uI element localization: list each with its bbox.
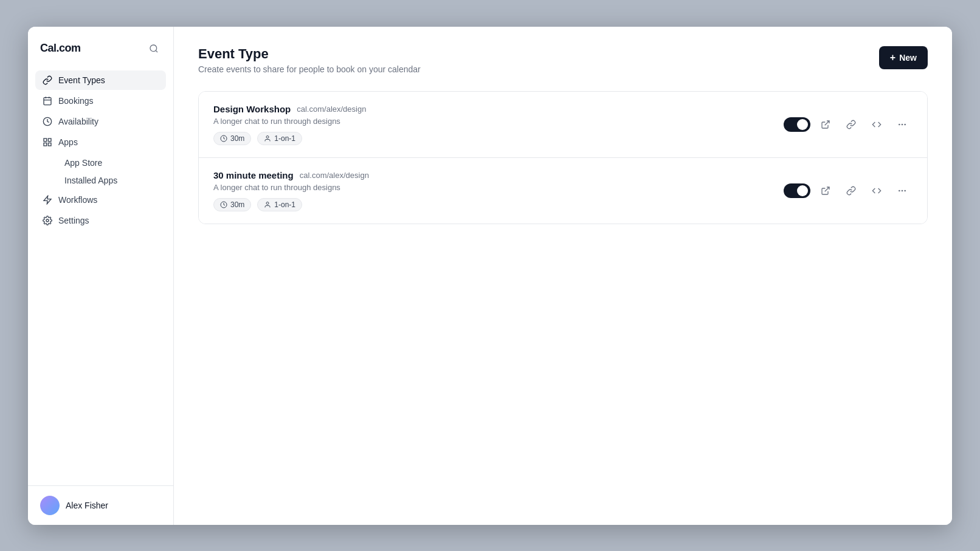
main-content: Event Type Create events to share for pe…	[174, 27, 952, 525]
event-title-row: Design Workshop cal.com/alex/design	[213, 104, 784, 114]
event-info: 30 minute meeting cal.com/alex/design A …	[213, 170, 784, 211]
avatar-image	[40, 496, 60, 515]
person-icon	[264, 135, 271, 142]
sidebar-item-label: Bookings	[58, 96, 94, 106]
avatar	[40, 496, 60, 515]
sidebar-item-event-types[interactable]: Event Types	[35, 70, 166, 90]
sidebar-nav: Event Types Bookings Availability	[28, 70, 173, 230]
svg-point-13	[904, 123, 906, 125]
event-toggle[interactable]	[784, 183, 810, 198]
app-window: Cal.com Event Types	[28, 27, 952, 525]
event-info: Design Workshop cal.com/alex/design A lo…	[213, 104, 784, 145]
page-title: Event Type	[198, 46, 421, 62]
grid-icon	[43, 137, 52, 147]
search-button[interactable]	[147, 41, 161, 56]
svg-rect-6	[48, 143, 51, 146]
svg-point-19	[904, 190, 906, 191]
embed-button[interactable]	[866, 114, 887, 135]
svg-line-16	[825, 187, 829, 191]
events-list: Design Workshop cal.com/alex/design A lo…	[198, 91, 928, 224]
clock-small-icon	[220, 135, 227, 142]
link-copy-icon	[846, 120, 856, 129]
sidebar-item-label: Availability	[58, 117, 98, 126]
app-logo: Cal.com	[40, 42, 81, 55]
link-icon	[43, 75, 52, 85]
svg-point-18	[902, 190, 903, 191]
event-actions	[784, 114, 913, 135]
clock-icon	[43, 117, 52, 126]
event-meta: 30m 1-on-1	[213, 198, 784, 211]
event-description: A longer chat to run through designs	[213, 183, 784, 192]
sidebar-item-settings[interactable]: Settings	[35, 211, 166, 230]
event-description: A longer chat to run through designs	[213, 117, 784, 126]
external-link-button[interactable]	[815, 180, 836, 201]
svg-point-15	[266, 202, 269, 204]
sidebar-item-availability[interactable]: Availability	[35, 112, 166, 131]
svg-point-9	[266, 135, 269, 138]
svg-point-7	[46, 219, 49, 222]
external-link-icon	[821, 120, 830, 129]
apps-subnav: App Store Installed Apps	[57, 154, 166, 189]
svg-rect-3	[44, 139, 47, 142]
sidebar-item-label: Workflows	[58, 195, 97, 205]
code-icon	[872, 120, 882, 129]
ellipsis-icon	[897, 120, 907, 129]
copy-link-button[interactable]	[841, 114, 861, 135]
person-icon	[264, 201, 271, 208]
event-url: cal.com/alex/design	[300, 171, 369, 180]
svg-line-10	[825, 121, 829, 125]
calendar-icon	[43, 96, 52, 106]
sidebar-item-label: Settings	[58, 216, 89, 225]
search-icon	[149, 44, 159, 53]
svg-point-0	[150, 45, 157, 52]
page-title-group: Event Type Create events to share for pe…	[198, 46, 421, 74]
event-card: 30 minute meeting cal.com/alex/design A …	[199, 158, 927, 224]
event-name: 30 minute meeting	[213, 170, 294, 180]
more-options-button[interactable]	[892, 180, 913, 201]
ellipsis-icon	[897, 186, 907, 196]
new-event-button[interactable]: + New	[879, 46, 928, 69]
external-link-button[interactable]	[815, 114, 836, 135]
event-url: cal.com/alex/design	[297, 104, 366, 114]
svg-point-11	[899, 123, 900, 125]
sidebar-item-bookings[interactable]: Bookings	[35, 91, 166, 111]
sidebar-item-apps[interactable]: Apps	[35, 132, 166, 152]
event-title-row: 30 minute meeting cal.com/alex/design	[213, 170, 784, 180]
gear-icon	[43, 216, 52, 225]
sidebar-item-label: Apps	[58, 137, 78, 147]
svg-rect-1	[44, 97, 51, 104]
svg-rect-4	[48, 139, 51, 142]
sidebar-item-app-store[interactable]: App Store	[57, 154, 166, 171]
sidebar-footer: Alex Fisher	[28, 485, 173, 525]
event-actions	[784, 180, 913, 201]
duration-badge: 30m	[213, 198, 251, 211]
code-icon	[872, 186, 882, 196]
duration-badge: 30m	[213, 132, 251, 145]
svg-rect-5	[44, 143, 47, 146]
link-copy-icon	[846, 186, 856, 196]
event-toggle[interactable]	[784, 117, 810, 132]
plus-icon: +	[890, 52, 895, 63]
more-options-button[interactable]	[892, 114, 913, 135]
copy-link-button[interactable]	[841, 180, 861, 201]
sidebar: Cal.com Event Types	[28, 27, 174, 525]
user-name: Alex Fisher	[66, 501, 108, 510]
embed-button[interactable]	[866, 180, 887, 201]
event-meta: 30m 1-on-1	[213, 132, 784, 145]
sidebar-item-workflows[interactable]: Workflows	[35, 190, 166, 210]
event-card: Design Workshop cal.com/alex/design A lo…	[199, 92, 927, 158]
type-badge: 1-on-1	[257, 198, 302, 211]
type-badge: 1-on-1	[257, 132, 302, 145]
svg-point-17	[899, 190, 900, 191]
event-name: Design Workshop	[213, 104, 291, 114]
svg-point-12	[902, 123, 903, 125]
new-button-label: New	[899, 53, 917, 63]
sidebar-item-label: Event Types	[58, 75, 105, 85]
sidebar-item-installed-apps[interactable]: Installed Apps	[57, 172, 166, 189]
bolt-icon	[43, 195, 52, 205]
page-subtitle: Create events to share for people to boo…	[198, 64, 421, 74]
page-header: Event Type Create events to share for pe…	[198, 46, 928, 74]
external-link-icon	[821, 186, 830, 196]
sidebar-header: Cal.com	[28, 41, 173, 70]
clock-small-icon	[220, 201, 227, 208]
